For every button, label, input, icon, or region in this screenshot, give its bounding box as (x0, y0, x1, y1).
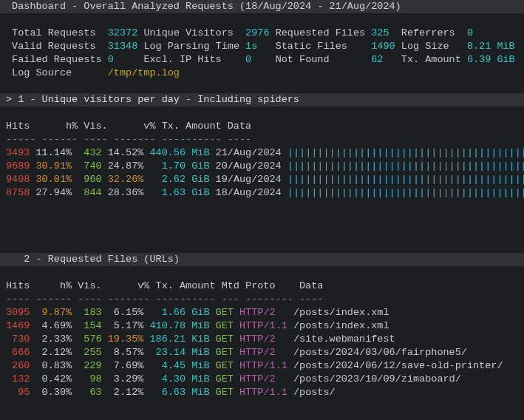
hits-pct: 30.91% (36, 160, 72, 172)
visitors: 960 (78, 174, 101, 185)
hits-pct: 2.33% (36, 333, 72, 345)
value: 325 (371, 27, 395, 38)
visitors: 63 (78, 387, 101, 398)
label: Excl. IP Hits (143, 54, 239, 65)
stats-row-2: Valid Requests 31348 Log Parsing Time 1s… (0, 40, 524, 53)
table-row[interactable]: 132 0.42% 98 3.29% 4.30 MiB GET HTTP/2 /… (0, 373, 524, 386)
table-row[interactable]: 9408 30.01% 960 32.26% 2.62 GiB 19/Aug/2… (0, 173, 524, 186)
label: Failed Requests (12, 54, 102, 65)
visitors: 229 (78, 360, 101, 371)
hits-pct: 2.12% (36, 347, 72, 358)
hits: 132 (6, 373, 30, 385)
panel-2-header: Hits h% Vis. v% Tx. Amount Mtd Proto Dat… (0, 280, 524, 293)
hits: 260 (6, 360, 30, 371)
protocol: HTTP/1.1 (239, 320, 287, 331)
stats-row-1: Total Requests 32372 Unique Visitors 297… (0, 27, 524, 40)
stats-row-3: Failed Requests 0 Excl. IP Hits 0 Not Fo… (0, 53, 524, 67)
label: Unique Visitors (143, 27, 239, 38)
bar-chart: ||||||||||||||||||||||||||||||||||||||||… (287, 187, 524, 198)
value: 0 (108, 54, 138, 65)
tx-amount: 1.66 (149, 307, 186, 318)
tx-amount: 186.21 (149, 333, 186, 345)
blank (0, 240, 524, 253)
page-title: Dashboard - Overall Analyzed Requests (1… (6, 1, 401, 12)
value: /tmp/tmp.log (108, 67, 180, 78)
label: Requested Files (276, 27, 366, 38)
visitors-pct: 7.69% (108, 360, 144, 371)
blank (0, 80, 524, 93)
hits: 95 (6, 387, 30, 398)
visitors-pct: 32.26% (108, 174, 144, 185)
table-row[interactable]: 730 2.33% 576 19.35% 186.21 KiB GET HTTP… (0, 333, 524, 346)
tx-unit: MiB (191, 387, 209, 398)
table-row[interactable]: 95 0.30% 63 2.12% 6.63 MiB GET HTTP/1.1 … (0, 386, 524, 399)
table-row[interactable]: 666 2.12% 255 8.57% 23.14 MiB GET HTTP/2… (0, 346, 524, 359)
tx-amount: 410.78 (149, 320, 186, 331)
visitors: 740 (78, 160, 101, 172)
label: Log Source (12, 67, 95, 78)
table-row[interactable]: 3095 9.87% 183 6.15% 1.66 GiB GET HTTP/2… (0, 306, 524, 319)
header-bar: Dashboard - Overall Analyzed Requests (1… (0, 0, 524, 13)
tx-unit: KiB (191, 333, 209, 345)
tx-amount: 4.45 (149, 360, 186, 371)
hits-pct: 27.94% (36, 187, 72, 198)
tx-amount: 1.63 (149, 187, 186, 198)
tx-amount: 23.14 (149, 347, 186, 358)
panel-1-title[interactable]: > 1 - Unique visitors per day - Includin… (0, 93, 524, 106)
tx-unit: GiB (191, 307, 209, 318)
protocol: HTTP/2 (239, 333, 287, 345)
protocol: HTTP/1.1 (239, 360, 287, 371)
column-headers: Hits h% Vis. v% Tx. Amount Mtd Proto Dat… (6, 280, 323, 291)
tx-amount: 2.62 (149, 174, 186, 185)
panel-2-title[interactable]: 2 - Requested Files (URLs) (0, 253, 524, 266)
blank (0, 213, 524, 226)
method: GET (216, 320, 234, 331)
visitors: 154 (78, 320, 101, 331)
hits-pct: 0.83% (36, 360, 72, 371)
tx-unit: GiB (191, 160, 209, 172)
table-row[interactable]: 3493 11.14% 432 14.52% 440.56 MiB 21/Aug… (0, 146, 524, 160)
bar-chart: ||||||||||||||||||||||||||||||||||||||||… (287, 147, 524, 158)
panel-2-rule: ---- ------ ---- ------- ---------- --- … (0, 293, 524, 306)
url: /posts/index.xml (293, 320, 389, 331)
method: GET (216, 307, 234, 318)
url: /posts/2024/03/06/fairphone5/ (293, 347, 467, 358)
label: Log Parsing Time (143, 41, 239, 52)
visitors: 432 (78, 147, 101, 158)
table-row[interactable]: 8758 27.94% 844 28.36% 1.63 GiB 18/Aug/2… (0, 186, 524, 200)
value: 1s (245, 41, 269, 52)
bar-chart: ||||||||||||||||||||||||||||||||||||||||… (287, 174, 524, 185)
date: 18/Aug/2024 (216, 187, 282, 198)
table-row[interactable]: 9689 30.91% 740 24.87% 1.70 GiB 20/Aug/2… (0, 160, 524, 173)
panel-title-text: 2 - Requested Files (URLs) (6, 254, 180, 265)
value: 62 (371, 54, 395, 65)
hits: 666 (6, 347, 30, 358)
label: Log Size (401, 41, 461, 52)
tx-unit: GiB (191, 174, 209, 185)
visitors: 183 (78, 307, 101, 318)
url: /posts/2023/10/09/zimaboard/ (293, 373, 461, 385)
hits-pct: 0.30% (36, 387, 72, 398)
tx-amount: 4.30 (149, 373, 186, 385)
visitors-pct: 28.36% (108, 187, 144, 198)
value: 8.21 MiB (467, 41, 515, 52)
hits: 9689 (6, 160, 30, 172)
visitors-pct: 8.57% (108, 347, 144, 358)
url: /site.webmanifest (293, 333, 395, 345)
blank (0, 106, 524, 120)
tx-unit: MiB (191, 347, 209, 358)
date: 20/Aug/2024 (216, 160, 282, 172)
value: 31348 (108, 41, 138, 52)
visitors: 844 (78, 187, 101, 198)
label: Not Found (276, 54, 366, 65)
url: /posts/index.xml (293, 307, 389, 318)
value: 32372 (108, 27, 138, 38)
hits-pct: 9.87% (36, 307, 72, 318)
column-headers: Hits h% Vis. v% Tx. Amount Data (6, 121, 293, 132)
table-row[interactable]: 260 0.83% 229 7.69% 4.45 MiB GET HTTP/1.… (0, 359, 524, 373)
value: 0 (245, 54, 269, 65)
hits-pct: 4.69% (36, 320, 72, 331)
bar-chart: ||||||||||||||||||||||||||||||||||||||||… (287, 160, 524, 172)
visitors-pct: 24.87% (108, 160, 144, 172)
table-row[interactable]: 1469 4.69% 154 5.17% 410.78 MiB GET HTTP… (0, 319, 524, 333)
